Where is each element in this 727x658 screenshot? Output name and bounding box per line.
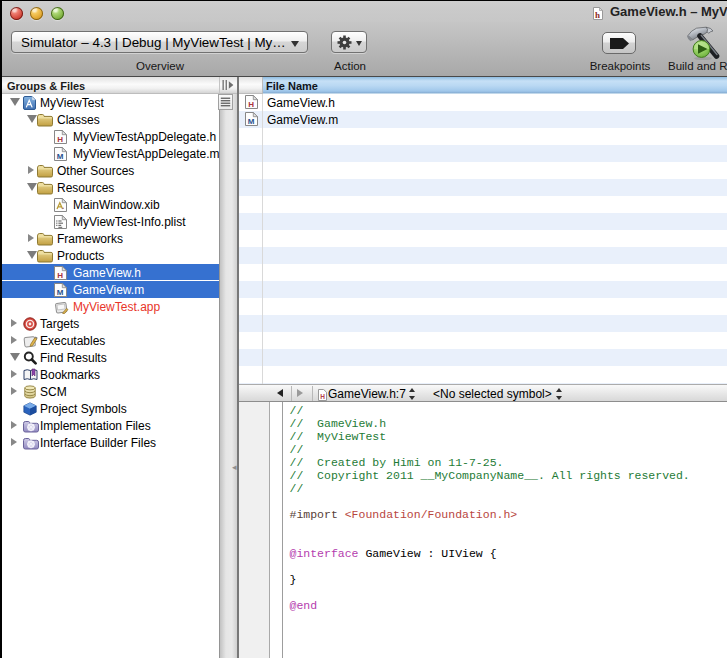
svg-text:H: H <box>248 100 254 109</box>
svg-text:M: M <box>248 117 255 126</box>
svg-text:h: h <box>595 10 600 20</box>
svg-text:H: H <box>57 135 63 144</box>
svg-text:H: H <box>57 271 63 280</box>
svg-text:M: M <box>57 152 64 161</box>
svg-text:M: M <box>57 288 64 297</box>
svg-text:H: H <box>320 393 325 400</box>
